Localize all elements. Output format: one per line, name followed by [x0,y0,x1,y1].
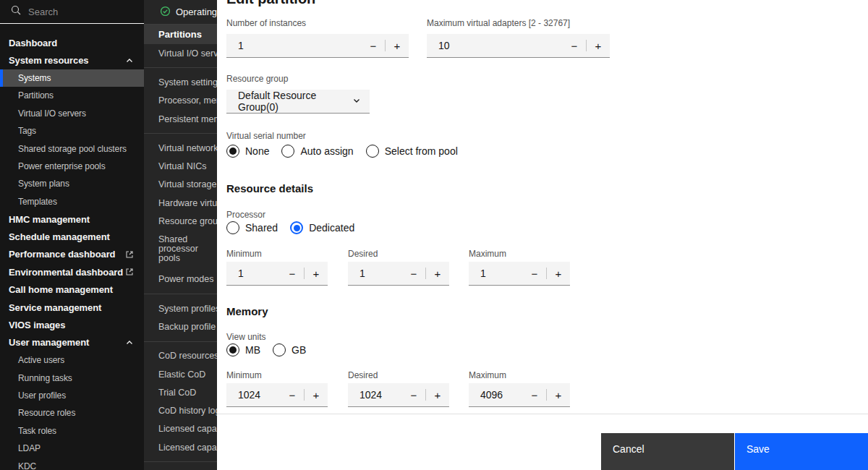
panel-item-label: Elastic CoD [158,369,205,380]
radio-option-dedicated[interactable]: Dedicated [290,221,354,234]
sidebar-item-schedule-management[interactable]: Schedule management [0,228,144,245]
sidebar-item-hmc-management[interactable]: HMC management [0,210,144,228]
sidebar-item-kdc[interactable]: KDC [0,457,144,470]
panel-item-system-settings[interactable]: System settings [144,73,217,91]
sidebar: Search Dashboard System resources System… [0,0,144,470]
increment-button[interactable]: + [386,34,409,57]
sidebar-item-partitions[interactable]: Partitions [0,87,144,104]
panel-item-licensed-capabilities-2[interactable]: Licensed capabilities [144,438,217,456]
sidebar-item-system-plans[interactable]: System plans [0,175,144,192]
radio-option-none[interactable]: None [226,145,269,158]
radio-option-auto-assign[interactable]: Auto assign [281,145,353,158]
panel-item-virtual-storage[interactable]: Virtual storage [144,176,217,194]
sidebar-item-vios-images[interactable]: VIOS images [0,316,144,333]
sidebar-item-performance-dashboard[interactable]: Performance dashboard [0,246,144,263]
panel-item-elastic-cod[interactable]: Elastic CoD [144,365,217,383]
panel-item-label: Backup profile data [158,322,217,332]
divider [144,294,217,294]
max-virtual-adapters-input[interactable]: 10 − + [427,34,610,58]
panel-item-resource-groups[interactable]: Resource groups [144,212,217,230]
sidebar-item-user-profiles[interactable]: User profiles [0,387,144,404]
decrement-button[interactable]: − [523,383,546,406]
panel-item-virtual-networks[interactable]: Virtual networks [144,139,217,157]
sidebar-item-label: Partitions [18,90,54,101]
panel-item-partitions[interactable]: Partitions [144,25,217,44]
sidebar-item-power-enterprise-pools[interactable]: Power enterprise pools [0,158,144,175]
sidebar-item-call-home-management[interactable]: Call home management [0,281,144,298]
increment-button[interactable]: + [587,34,610,57]
panel-item-virtual-nics[interactable]: Virtual NICs [144,157,217,175]
number-of-instances-input[interactable]: 1 − + [226,34,409,58]
panel-item-virtual-io-servers[interactable]: Virtual I/O servers [144,44,217,62]
sidebar-item-dashboard[interactable]: Dashboard [0,34,144,51]
panel-item-power-modes[interactable]: Power modes [144,270,217,289]
decrement-button[interactable]: − [523,262,546,285]
cancel-button[interactable]: Cancel [601,433,734,470]
sidebar-search-input[interactable]: Search [0,0,144,24]
sidebar-item-ldap[interactable]: LDAP [0,440,144,457]
sidebar-item-tags[interactable]: Tags [0,122,144,140]
decrement-button[interactable]: − [281,262,304,285]
panel-item-processor-memory[interactable]: Processor, memory [144,92,217,110]
sidebar-item-resource-roles[interactable]: Resource roles [0,404,144,422]
radio-label: Auto assign [300,145,353,157]
increment-button[interactable]: + [547,383,570,406]
dropdown-value: Default Resource Group(0) [238,90,352,113]
panel-item-hardware-virtualized-io[interactable]: Hardware virtualized I/O [144,194,217,212]
processor-minimum-input[interactable]: 1 − + [226,262,328,286]
radio-unselected-icon [366,145,379,158]
decrement-button[interactable]: − [281,383,304,406]
panel-item-trial-cod[interactable]: Trial CoD [144,383,217,401]
sidebar-item-system-resources[interactable]: System resources [0,51,144,69]
memory-desired-input[interactable]: 1024 − + [348,383,449,407]
decrement-button[interactable]: − [402,262,425,285]
panel-item-backup-profile-data[interactable]: Backup profile data [144,317,217,336]
decrement-button[interactable]: − [362,34,385,57]
sidebar-item-user-management[interactable]: User management [0,334,144,351]
panel-item-licensed-capabilities-1[interactable]: Licensed capabilities [144,420,217,438]
processor-desired-input[interactable]: 1 − + [348,262,449,286]
processor-maximum-input[interactable]: 1 − + [469,262,570,286]
decrement-button[interactable]: − [402,383,425,406]
virtual-serial-number-radio-group: None Auto assign Select from pool [226,145,458,158]
panel-item-label: System profiles [158,304,217,314]
panel-item-cod-history-log[interactable]: CoD history log [144,401,217,419]
memory-maximum-input[interactable]: 4096 − + [469,383,570,407]
sidebar-item-label: Running tasks [18,373,72,383]
panel-item-persistent-memory[interactable]: Persistent memory [144,110,217,128]
divider [144,133,217,134]
sidebar-item-label: Resource roles [18,408,75,418]
panel-item-cod-resources[interactable]: CoD resources [144,347,217,365]
panel-item-shared-processor-pools[interactable]: Shared processor pools [144,231,217,270]
save-button[interactable]: Save [735,433,868,470]
sidebar-item-shared-storage-pool-clusters[interactable]: Shared storage pool clusters [0,140,144,157]
sidebar-item-label: Environmental dashboard [9,267,123,278]
sidebar-item-active-users[interactable]: Active users [0,351,144,369]
resource-group-dropdown[interactable]: Default Resource Group(0) [226,90,370,114]
sidebar-item-systems[interactable]: Systems [0,69,144,87]
sidebar-item-task-roles[interactable]: Task roles [0,422,144,440]
sidebar-item-service-management[interactable]: Service management [0,299,144,316]
increment-button[interactable]: + [426,383,449,406]
increment-button[interactable]: + [547,262,570,285]
memory-minimum-input[interactable]: 1024 − + [226,383,328,407]
sidebar-item-templates[interactable]: Templates [0,193,144,210]
increment-button[interactable]: + [426,262,449,285]
panel-item-system-profiles[interactable]: System profiles [144,299,217,317]
increment-button[interactable]: + [305,262,328,285]
panel-item-label: Power modes [158,274,213,284]
sidebar-item-virtual-io-servers[interactable]: Virtual I/O servers [0,105,144,122]
radio-option-mb[interactable]: MB [226,343,260,356]
divider [144,67,217,68]
sidebar-item-label: VIOS images [9,320,65,330]
sidebar-item-environmental-dashboard[interactable]: Environmental dashboard [0,263,144,281]
radio-option-shared[interactable]: Shared [226,221,278,234]
radio-option-select-from-pool[interactable]: Select from pool [366,145,458,158]
sidebar-item-running-tasks[interactable]: Running tasks [0,369,144,386]
memory-maximum-label: Maximum [469,370,506,380]
radio-option-gb[interactable]: GB [273,343,306,356]
context-panel: Operating Partitions Virtual I/O servers… [144,0,217,470]
increment-button[interactable]: + [305,383,328,406]
decrement-button[interactable]: − [563,34,586,57]
view-units-label: View units [226,332,265,342]
